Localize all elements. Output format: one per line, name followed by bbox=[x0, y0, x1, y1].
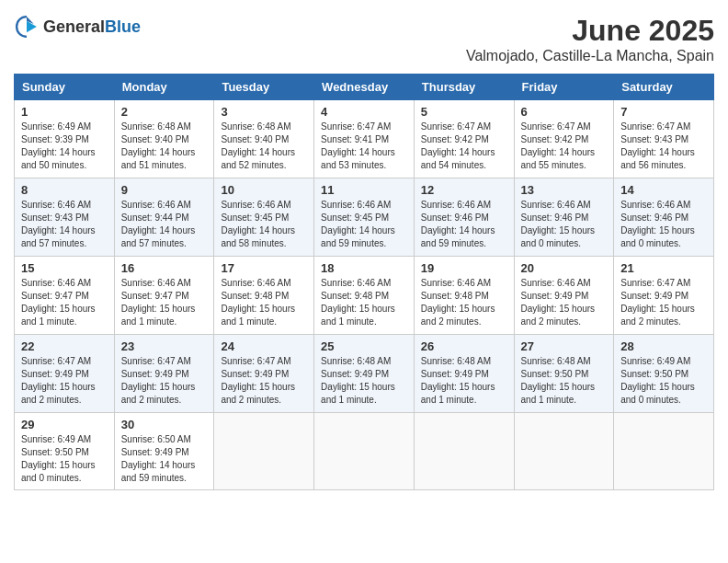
day-number: 9 bbox=[121, 183, 208, 197]
calendar-cell: 2 Sunrise: 6:48 AM Sunset: 9:40 PM Dayli… bbox=[114, 100, 214, 178]
title-area: June 2025 Valmojado, Castille-La Mancha,… bbox=[466, 14, 714, 64]
calendar-cell: 16 Sunrise: 6:46 AM Sunset: 9:47 PM Dayl… bbox=[114, 257, 214, 335]
calendar-cell bbox=[214, 413, 314, 490]
calendar-cell: 25 Sunrise: 6:48 AM Sunset: 9:49 PM Dayl… bbox=[314, 335, 415, 413]
month-year-title: June 2025 bbox=[466, 14, 714, 48]
calendar-cell: 28 Sunrise: 6:49 AM Sunset: 9:50 PM Dayl… bbox=[614, 335, 714, 413]
calendar-cell: 9 Sunrise: 6:46 AM Sunset: 9:44 PM Dayli… bbox=[114, 178, 214, 257]
day-number: 18 bbox=[321, 261, 407, 275]
calendar-cell: 4 Sunrise: 6:47 AM Sunset: 9:41 PM Dayli… bbox=[314, 100, 415, 178]
day-info: Sunrise: 6:46 AM Sunset: 9:48 PM Dayligh… bbox=[421, 277, 507, 328]
calendar-cell: 27 Sunrise: 6:48 AM Sunset: 9:50 PM Dayl… bbox=[514, 335, 614, 413]
calendar-cell: 24 Sunrise: 6:47 AM Sunset: 9:49 PM Dayl… bbox=[214, 335, 314, 413]
day-number: 20 bbox=[521, 261, 608, 275]
page-header: GeneralBlue June 2025 Valmojado, Castill… bbox=[14, 14, 714, 64]
day-number: 17 bbox=[221, 261, 307, 275]
calendar-week-row: 29 Sunrise: 6:49 AM Sunset: 9:50 PM Dayl… bbox=[15, 413, 714, 490]
day-number: 21 bbox=[620, 261, 707, 275]
day-number: 28 bbox=[620, 339, 707, 353]
day-number: 30 bbox=[121, 418, 208, 431]
calendar-cell: 7 Sunrise: 6:47 AM Sunset: 9:43 PM Dayli… bbox=[614, 100, 714, 178]
day-info: Sunrise: 6:46 AM Sunset: 9:43 PM Dayligh… bbox=[21, 199, 108, 250]
day-info: Sunrise: 6:47 AM Sunset: 9:49 PM Dayligh… bbox=[121, 355, 208, 407]
calendar-cell: 18 Sunrise: 6:46 AM Sunset: 9:48 PM Dayl… bbox=[314, 257, 415, 335]
day-number: 29 bbox=[21, 418, 108, 431]
day-number: 14 bbox=[620, 183, 707, 197]
calendar-cell: 30 Sunrise: 6:50 AM Sunset: 9:49 PM Dayl… bbox=[114, 413, 214, 490]
day-info: Sunrise: 6:46 AM Sunset: 9:47 PM Dayligh… bbox=[21, 277, 108, 328]
calendar-cell: 26 Sunrise: 6:48 AM Sunset: 9:49 PM Dayl… bbox=[414, 335, 514, 413]
day-number: 7 bbox=[620, 105, 707, 119]
day-number: 13 bbox=[521, 183, 608, 197]
day-number: 16 bbox=[121, 261, 208, 275]
day-number: 6 bbox=[521, 105, 608, 119]
logo: GeneralBlue bbox=[14, 14, 141, 40]
calendar-cell: 1 Sunrise: 6:49 AM Sunset: 9:39 PM Dayli… bbox=[15, 100, 115, 178]
day-info: Sunrise: 6:49 AM Sunset: 9:50 PM Dayligh… bbox=[21, 433, 108, 485]
day-number: 1 bbox=[21, 105, 108, 119]
calendar-cell bbox=[614, 413, 714, 490]
day-number: 2 bbox=[121, 105, 208, 119]
day-number: 15 bbox=[21, 261, 108, 275]
weekday-header-thursday: Thursday bbox=[414, 75, 514, 100]
day-info: Sunrise: 6:47 AM Sunset: 9:42 PM Dayligh… bbox=[421, 121, 507, 172]
logo-icon bbox=[14, 14, 40, 40]
day-info: Sunrise: 6:46 AM Sunset: 9:48 PM Dayligh… bbox=[221, 277, 307, 328]
day-info: Sunrise: 6:48 AM Sunset: 9:49 PM Dayligh… bbox=[321, 355, 407, 407]
day-info: Sunrise: 6:48 AM Sunset: 9:49 PM Dayligh… bbox=[421, 355, 507, 407]
day-info: Sunrise: 6:46 AM Sunset: 9:45 PM Dayligh… bbox=[321, 199, 407, 250]
day-number: 23 bbox=[121, 339, 208, 353]
calendar-cell: 12 Sunrise: 6:46 AM Sunset: 9:46 PM Dayl… bbox=[414, 178, 514, 257]
calendar-table: SundayMondayTuesdayWednesdayThursdayFrid… bbox=[14, 74, 714, 490]
weekday-header-wednesday: Wednesday bbox=[314, 75, 415, 100]
day-info: Sunrise: 6:48 AM Sunset: 9:40 PM Dayligh… bbox=[221, 121, 307, 172]
calendar-cell: 13 Sunrise: 6:46 AM Sunset: 9:46 PM Dayl… bbox=[514, 178, 614, 257]
day-info: Sunrise: 6:46 AM Sunset: 9:48 PM Dayligh… bbox=[321, 277, 407, 328]
weekday-header-tuesday: Tuesday bbox=[214, 75, 314, 100]
day-number: 4 bbox=[321, 105, 407, 119]
day-info: Sunrise: 6:48 AM Sunset: 9:40 PM Dayligh… bbox=[121, 121, 208, 172]
day-number: 22 bbox=[21, 339, 108, 353]
day-info: Sunrise: 6:46 AM Sunset: 9:44 PM Dayligh… bbox=[121, 199, 208, 250]
calendar-week-row: 22 Sunrise: 6:47 AM Sunset: 9:49 PM Dayl… bbox=[15, 335, 714, 413]
calendar-cell: 8 Sunrise: 6:46 AM Sunset: 9:43 PM Dayli… bbox=[15, 178, 115, 257]
calendar-cell: 10 Sunrise: 6:46 AM Sunset: 9:45 PM Dayl… bbox=[214, 178, 314, 257]
day-info: Sunrise: 6:46 AM Sunset: 9:45 PM Dayligh… bbox=[221, 199, 307, 250]
calendar-cell: 6 Sunrise: 6:47 AM Sunset: 9:42 PM Dayli… bbox=[514, 100, 614, 178]
day-info: Sunrise: 6:47 AM Sunset: 9:49 PM Dayligh… bbox=[620, 277, 707, 328]
calendar-cell: 19 Sunrise: 6:46 AM Sunset: 9:48 PM Dayl… bbox=[414, 257, 514, 335]
weekday-header-monday: Monday bbox=[114, 75, 214, 100]
logo-blue: Blue bbox=[105, 17, 141, 36]
day-info: Sunrise: 6:47 AM Sunset: 9:41 PM Dayligh… bbox=[321, 121, 407, 172]
day-number: 24 bbox=[221, 339, 307, 353]
calendar-cell: 22 Sunrise: 6:47 AM Sunset: 9:49 PM Dayl… bbox=[15, 335, 115, 413]
day-info: Sunrise: 6:49 AM Sunset: 9:50 PM Dayligh… bbox=[620, 355, 707, 407]
calendar-cell bbox=[514, 413, 614, 490]
calendar-week-row: 1 Sunrise: 6:49 AM Sunset: 9:39 PM Dayli… bbox=[15, 100, 714, 178]
day-info: Sunrise: 6:46 AM Sunset: 9:46 PM Dayligh… bbox=[521, 199, 608, 250]
calendar-cell: 11 Sunrise: 6:46 AM Sunset: 9:45 PM Dayl… bbox=[314, 178, 415, 257]
day-info: Sunrise: 6:48 AM Sunset: 9:50 PM Dayligh… bbox=[521, 355, 608, 407]
calendar-cell: 3 Sunrise: 6:48 AM Sunset: 9:40 PM Dayli… bbox=[214, 100, 314, 178]
calendar-cell: 5 Sunrise: 6:47 AM Sunset: 9:42 PM Dayli… bbox=[414, 100, 514, 178]
day-info: Sunrise: 6:47 AM Sunset: 9:49 PM Dayligh… bbox=[21, 355, 108, 407]
day-number: 27 bbox=[521, 339, 608, 353]
calendar-cell: 21 Sunrise: 6:47 AM Sunset: 9:49 PM Dayl… bbox=[614, 257, 714, 335]
calendar-cell: 14 Sunrise: 6:46 AM Sunset: 9:46 PM Dayl… bbox=[614, 178, 714, 257]
logo-general: General bbox=[43, 17, 105, 36]
weekday-header-friday: Friday bbox=[514, 75, 614, 100]
day-info: Sunrise: 6:47 AM Sunset: 9:43 PM Dayligh… bbox=[620, 121, 707, 172]
calendar-cell: 15 Sunrise: 6:46 AM Sunset: 9:47 PM Dayl… bbox=[15, 257, 115, 335]
weekday-header-sunday: Sunday bbox=[15, 75, 115, 100]
calendar-cell: 29 Sunrise: 6:49 AM Sunset: 9:50 PM Dayl… bbox=[15, 413, 115, 490]
day-number: 11 bbox=[321, 183, 407, 197]
day-number: 12 bbox=[421, 183, 507, 197]
calendar-cell: 17 Sunrise: 6:46 AM Sunset: 9:48 PM Dayl… bbox=[214, 257, 314, 335]
day-number: 26 bbox=[421, 339, 507, 353]
day-number: 10 bbox=[221, 183, 307, 197]
location-subtitle: Valmojado, Castille-La Mancha, Spain bbox=[466, 48, 714, 64]
calendar-week-row: 8 Sunrise: 6:46 AM Sunset: 9:43 PM Dayli… bbox=[15, 178, 714, 257]
logo-text: GeneralBlue bbox=[43, 17, 141, 37]
day-number: 8 bbox=[21, 183, 108, 197]
day-info: Sunrise: 6:50 AM Sunset: 9:49 PM Dayligh… bbox=[121, 433, 208, 485]
